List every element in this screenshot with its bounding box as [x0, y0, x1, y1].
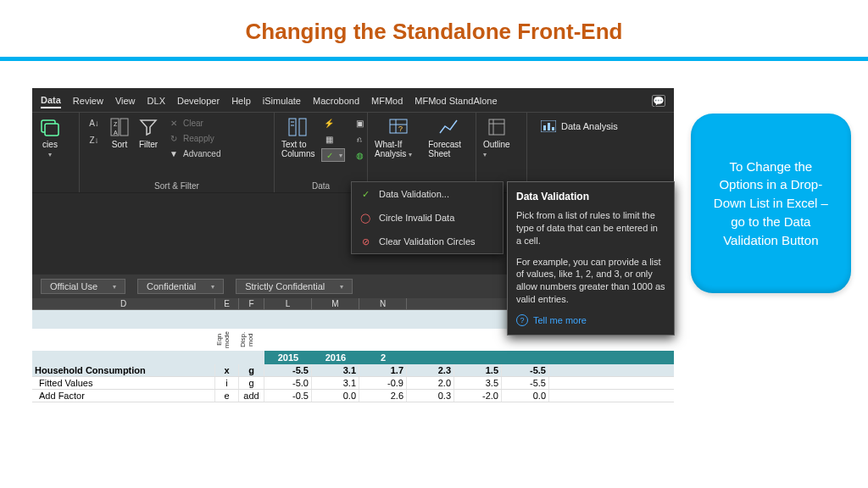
tell-me-more-link[interactable]: ? Tell me more: [516, 314, 665, 326]
sort-az-button[interactable]: A↓: [86, 116, 102, 130]
eqn-mode-header: Eqn mode: [215, 329, 239, 351]
class-official-use[interactable]: Official Use▾: [41, 279, 125, 294]
help-icon: ?: [516, 314, 528, 326]
year-row: 201520162: [32, 351, 674, 364]
flash-fill-icon[interactable]: ⚡: [321, 116, 345, 130]
data-analysis-label: Data Analysis: [561, 121, 618, 131]
comments-icon[interactable]: 💬: [652, 95, 665, 107]
text-to-columns-button[interactable]: Text to Columns: [281, 116, 314, 158]
class-confidential[interactable]: Confidential▾: [137, 279, 224, 294]
svg-rect-20: [552, 127, 554, 130]
menu-circle-invalid[interactable]: ◯ Circle Invalid Data: [352, 206, 503, 230]
sort-button[interactable]: ZA Sort: [108, 116, 131, 149]
svg-rect-1: [45, 124, 58, 136]
outline-label: Outline: [483, 140, 510, 149]
forecast-button[interactable]: Forecast Sheet: [428, 116, 469, 158]
svg-rect-6: [289, 119, 296, 136]
tab-macrobond[interactable]: Macrobond: [313, 94, 359, 108]
tab-developer[interactable]: Developer: [177, 94, 220, 108]
data-model-icon[interactable]: ◍: [352, 148, 367, 162]
svg-text:?: ?: [398, 125, 403, 133]
tab-mfmod[interactable]: MFMod: [371, 94, 403, 108]
svg-rect-7: [299, 119, 306, 136]
checkmark-icon: ✓: [359, 187, 372, 201]
tab-data[interactable]: Data: [41, 93, 61, 108]
instruction-callout: To Change the Options in a Drop-Down Lis…: [691, 114, 851, 293]
slide-title: Changing the Standalone Front-End: [0, 0, 868, 57]
tooltip-title: Data Validation: [516, 191, 665, 202]
svg-rect-19: [548, 123, 550, 130]
clear-filter-button[interactable]: ✕Clear: [166, 116, 222, 130]
remove-dupes-icon[interactable]: ▦: [321, 132, 345, 146]
class-strictly-confidential[interactable]: Strictly Confidential▾: [236, 279, 353, 294]
sort-za-button[interactable]: Z↓: [86, 133, 102, 147]
clear-circle-icon: ⊘: [359, 235, 372, 248]
svg-text:A: A: [114, 130, 118, 136]
group-sort-filter: Sort & Filter: [86, 180, 267, 191]
filter-label: Filter: [139, 140, 158, 149]
forecast-label: Forecast Sheet: [428, 140, 469, 158]
excel-window: Data Review View DLX Developer Help iSim…: [32, 88, 674, 402]
tooltip-p1: Pick from a list of rules to limit the t…: [516, 209, 665, 247]
row-fitted-values[interactable]: Fitted Valuesig -5.03.1-0.92.03.5-5.5: [32, 377, 674, 390]
outline-button[interactable]: Outline▾: [483, 116, 510, 158]
data-validation-icon[interactable]: ✓▾: [321, 148, 345, 162]
what-if-label: What-If Analysis: [375, 140, 406, 158]
relationships-icon[interactable]: ⎌: [352, 132, 367, 146]
tab-mfmod-standalone[interactable]: MFMod StandAlone: [415, 94, 497, 108]
currencies-label: cies: [42, 140, 58, 149]
tooltip-p2: For example, you can provide a list of v…: [516, 256, 665, 306]
tab-view[interactable]: View: [115, 94, 136, 108]
sort-label: Sort: [112, 140, 127, 149]
menu-data-validation[interactable]: ✓ Data Validation...: [352, 182, 503, 206]
currencies-icon[interactable]: [39, 116, 61, 138]
filter-button[interactable]: Filter: [137, 116, 159, 149]
svg-text:Z: Z: [114, 121, 118, 127]
row-add-factor[interactable]: Add Factoreadd -0.50.02.60.3-2.00.0: [32, 390, 674, 402]
ribbon-tabs: Data Review View DLX Developer Help iSim…: [32, 88, 674, 112]
tab-review[interactable]: Review: [73, 94, 103, 108]
tab-isimulate[interactable]: iSimulate: [263, 94, 301, 108]
svg-rect-14: [489, 119, 504, 135]
group-data-tools: Data: [281, 180, 360, 191]
advanced-button[interactable]: ▼Advanced: [166, 147, 222, 160]
tab-help[interactable]: Help: [231, 94, 251, 108]
data-validation-dropdown: ✓ Data Validation... ◯ Circle Invalid Da…: [351, 181, 504, 254]
text-to-columns-label: Text to Columns: [281, 140, 314, 158]
data-validation-tooltip: Data Validation Pick from a list of rule…: [507, 181, 675, 336]
svg-rect-3: [120, 119, 128, 136]
reapply-button[interactable]: ↻Reapply: [166, 131, 222, 145]
circle-icon: ◯: [359, 211, 372, 225]
menu-clear-circles[interactable]: ⊘ Clear Validation Circles: [352, 230, 503, 253]
svg-rect-18: [543, 125, 546, 130]
what-if-button[interactable]: ? What-If Analysis ▾: [375, 116, 421, 158]
row-household-consumption[interactable]: Household Consumptionxg -5.53.11.72.31.5…: [32, 364, 674, 377]
data-analysis-button[interactable]: Data Analysis: [536, 118, 623, 135]
tab-dlx[interactable]: DLX: [147, 94, 165, 108]
disp-mode-header: Disp. mod: [239, 329, 264, 351]
consolidate-icon[interactable]: ▣: [352, 116, 367, 130]
